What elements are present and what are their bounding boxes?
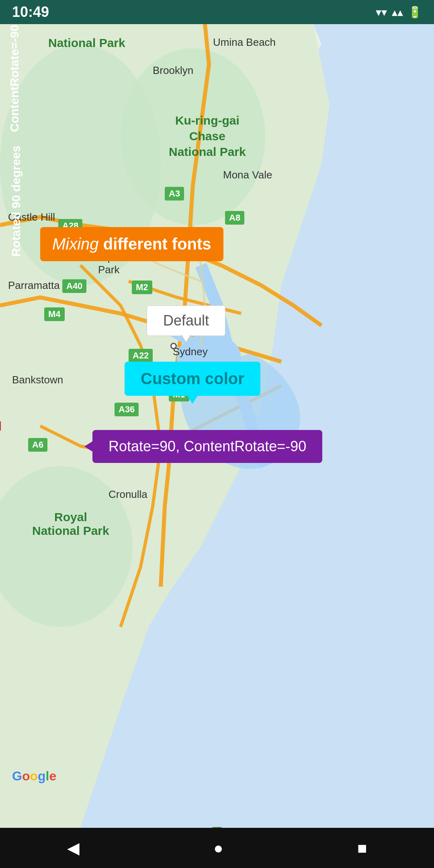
nav-bar: ◀ ● ■ [0,828,434,868]
google-logo: Google [12,769,56,784]
callout-custom-color[interactable]: Custom color [125,362,260,396]
callout-content-rotate-text: ContentRotate=-90 [8,25,21,132]
status-bar: 10:49 ▾▾ ▴▴ 🔋 [0,0,434,24]
callout-mixing-fonts[interactable]: Mixing different fonts [40,227,223,261]
highway-a36-badge: A36 [115,403,139,416]
callout-default[interactable]: Default [147,305,225,336]
highway-a22-badge: A22 [129,349,153,362]
highway-m4-badge: M4 [44,307,65,321]
highway-a3-badge: A3 [165,187,184,201]
map-background [0,24,434,828]
callout-custom-color-text: Custom color [141,370,244,387]
home-button[interactable]: ● [213,839,223,857]
status-time: 10:49 [12,4,49,20]
signal-icon: ▴▴ [392,6,403,19]
callout-mixing-bold: different fonts [103,235,211,253]
google-e: e [49,769,56,783]
google-o1: o [22,769,30,783]
callout-rotate90-text: Rotate=90, ContentRotate=-90 [108,438,306,454]
battery-icon: 🔋 [408,6,422,19]
callout-rotated-90-text: Rotated 90 degrees [9,145,23,257]
callout-mixing-italic: Mixing [52,235,99,253]
back-button[interactable]: ◀ [67,839,80,857]
wifi-icon: ▾▾ [376,6,387,19]
highway-a40-badge: A40 [62,279,86,293]
status-icons: ▾▾ ▴▴ 🔋 [376,6,422,19]
callout-rotate90-contentrotate-minus90[interactable]: Rotate=90, ContentRotate=-90 [92,430,322,463]
google-g: G [12,769,22,783]
recent-button[interactable]: ■ [357,839,367,857]
highway-m2-badge: M2 [132,280,152,294]
google-o2: o [30,769,38,783]
google-g2: g [38,769,46,783]
map-container[interactable]: National Park Umina Beach Brooklyn Ku-ri… [0,24,434,828]
highway-a8-badge: A8 [225,211,244,225]
callout-default-text: Default [163,312,209,329]
highway-a6-badge: A6 [28,438,47,452]
sydney-dot [170,343,177,349]
